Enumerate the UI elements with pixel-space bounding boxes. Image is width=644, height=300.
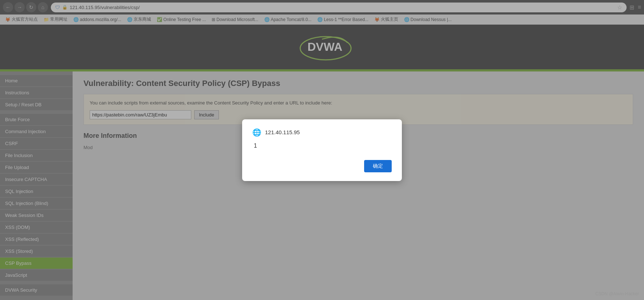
modal-header: 🌐 121.40.115.95 <box>252 128 392 137</box>
modal-globe-icon: 🌐 <box>252 128 261 137</box>
modal-overlay: 🌐 121.40.115.95 1 确定 <box>0 0 644 300</box>
modal-ip: 121.40.115.95 <box>265 129 300 135</box>
modal-box: 🌐 121.40.115.95 1 确定 <box>242 119 402 181</box>
modal-footer: 确定 <box>252 160 392 172</box>
modal-content: 1 <box>252 143 392 149</box>
modal-ok-button[interactable]: 确定 <box>364 160 392 172</box>
